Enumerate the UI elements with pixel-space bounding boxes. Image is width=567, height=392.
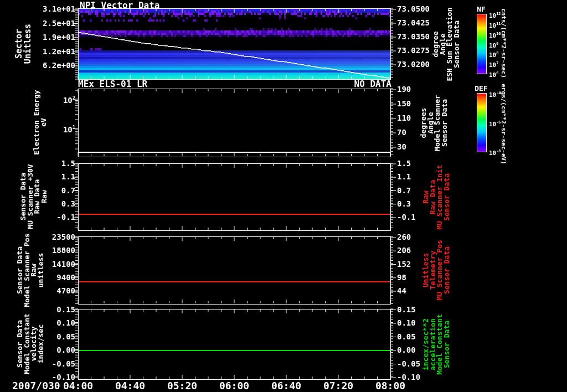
colorbar-tick-label: 109 [489,40,498,50]
mex-els-01-lr-baseline [79,152,390,153]
panel-mu-scanner-30v [78,163,390,230]
model-scanner-pos-data-line [79,281,390,282]
panel-mex-els-01-lr [78,89,390,157]
right-tick-label: 0.15 [397,306,447,313]
colorbar-tick-label: 10-4 [489,89,501,99]
nf-colorbar [477,14,487,74]
colorbar-tick-label: 107 [489,59,498,69]
time-label: 06:00 [211,380,257,391]
no-data-label: NO DATA [354,79,391,89]
date-label: 2007/030 [12,380,60,391]
model-constant-velocity-left-axis-label: Sensor Data Model Constant velocity inde… [17,313,44,374]
time-label: 04:40 [107,380,153,391]
panel-model-scanner-pos [78,236,390,304]
npi-vector-data-right-axis-label: degree Angle ESH Sun Elevation Sensor Da… [432,7,460,81]
mex-els-01-lr-left-axis-label: Electron Energy eV [33,90,47,154]
plot-screen: NPI Vector Data MEx ELS-01 LR NO DATA NF… [0,0,567,392]
left-tick-label: 102 [22,94,75,104]
mu-scanner-30v-right-axis-label: Raw Raw Data MU Scanner Init Sensor Data [422,164,450,229]
model-scanner-pos-right-axis-label: Unitless Telemetry MU Scanner Pos Sensor… [422,240,450,301]
time-label: 07:20 [315,380,362,391]
colorbar-tick-label: 10-6 [489,118,501,128]
panel-model-constant-velocity [78,309,390,379]
panel2-title-row: MEx ELS-01 LR NO DATA [78,79,391,89]
left-tick-label: 3.1e+01 [22,5,75,13]
time-label: 05:20 [159,380,205,391]
nf-colorbar-title: NF [472,5,490,13]
colorbar-tick-label: 1012 [489,10,501,20]
panel2-title: MEx ELS-01 LR [78,79,147,89]
panel1-title: NPI Vector Data [80,0,160,11]
colorbar-tick-label: 108 [489,49,498,59]
right-tick-label: 190 [397,85,447,93]
colorbar-tick-label: 1010 [489,30,501,40]
colorbar-tick-label: 1011 [489,20,501,30]
colorbar-tick-label: 10-8 [489,147,501,157]
time-label: 08:00 [367,380,414,391]
time-label: 06:40 [263,380,310,391]
colorbar-tick-label: 106 [489,69,498,79]
mu-scanner-30v-data-line [79,214,390,215]
model-scanner-pos-left-axis-label: Sensor Data Model Scanner Pos Raw unitle… [17,233,44,307]
def-colorbar [477,93,487,152]
time-label: 04:00 [55,380,101,391]
npi-vector-data-left-axis-label: Sector Unitless [14,24,32,64]
def-colorbar-title: DEF [472,84,490,92]
model-constant-velocity-right-axis-label: incex/sec**2 acceleration Model Constant… [422,314,450,375]
mex-els-01-lr-right-axis-label: degrees Angle Model Scanner Sensor Data [420,95,448,151]
left-tick-label: 101 [22,123,75,133]
model-constant-velocity-data-line [79,350,390,351]
panel-npi-vector-data [78,8,390,79]
mu-scanner-30v-left-axis-label: Sensor Data MU Scanner +30V Raw Data Raw [20,164,48,229]
